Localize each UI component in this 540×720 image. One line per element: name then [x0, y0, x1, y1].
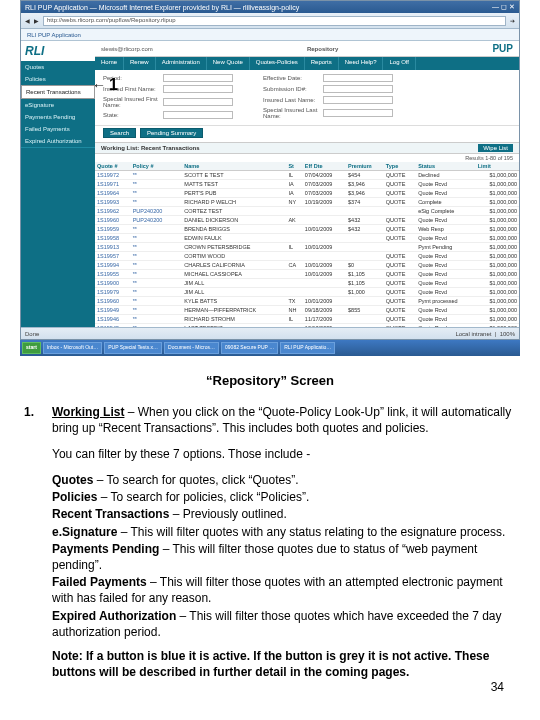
cell: 07/03/2009: [303, 189, 346, 198]
cell: $1,000,000: [476, 189, 519, 198]
sidebar-item-4[interactable]: Payments Pending: [21, 111, 95, 123]
nav-item-3[interactable]: New Quote: [207, 57, 250, 70]
user-email: slewis@rlicorp.com: [101, 46, 153, 52]
col-header[interactable]: Status: [416, 162, 476, 171]
cell: $1,000,000: [476, 261, 519, 270]
cell: $1,000,000: [476, 315, 519, 324]
cell: IL: [286, 243, 302, 252]
status-left: Done: [25, 331, 39, 337]
cell: IA: [286, 189, 302, 198]
listing-header: Working List: Recent Transactions Wipe L…: [95, 142, 519, 154]
cell: NY: [286, 198, 302, 207]
window-controls[interactable]: — ◻ ✕: [492, 3, 515, 11]
cell: MATTS TEST: [182, 180, 286, 189]
col-header[interactable]: Type: [384, 162, 416, 171]
table-row[interactable]: 1S19959**BRENDA BRIGGS10/01/2009$432QUOT…: [95, 225, 519, 234]
table-row[interactable]: 1S19994**CHARLES CALIFORNIACA10/01/2009$…: [95, 261, 519, 270]
table-row[interactable]: 1S19971**MATTS TESTIA07/03/2009$3,946QUO…: [95, 180, 519, 189]
col-header[interactable]: Eff Dte: [303, 162, 346, 171]
cell: **: [131, 171, 177, 180]
field-input[interactable]: [163, 111, 233, 119]
table-row[interactable]: 1S19946**RICHARD STROHMIL11/17/2009QUOTE…: [95, 315, 519, 324]
search-button[interactable]: Search: [103, 128, 136, 138]
nav-item-4[interactable]: Quotes-Policies: [250, 57, 305, 70]
wipe-list-button[interactable]: Wipe List: [478, 144, 513, 152]
sidebar-item-1[interactable]: Policies: [21, 73, 95, 85]
cell: KYLE BATTS: [182, 297, 286, 306]
cell: 10/01/2009: [303, 225, 346, 234]
col-header[interactable]: Limit: [476, 162, 519, 171]
field-input[interactable]: [163, 98, 233, 106]
start-button[interactable]: start: [22, 342, 41, 354]
nav-item-7[interactable]: Log Off: [383, 57, 416, 70]
cell: **: [131, 243, 177, 252]
back-icon[interactable]: ◀: [25, 17, 30, 24]
cell: 1S19972: [95, 171, 131, 180]
browser-tab[interactable]: RLI PUP Application: [21, 29, 519, 41]
cell: [303, 279, 346, 288]
cell: $374: [346, 198, 384, 207]
sidebar-item-3[interactable]: eSignature: [21, 99, 95, 111]
sidebar-item-0[interactable]: Quotes: [21, 61, 95, 73]
filter-name: e.Signature: [52, 525, 117, 539]
table-row[interactable]: 1S19945**LAST TESTSIG10/13/2009QUOTEQuot…: [95, 324, 519, 328]
cell: Quote Rcvd: [416, 252, 476, 261]
nav-item-1[interactable]: Renew: [124, 57, 156, 70]
col-header[interactable]: Premium: [346, 162, 384, 171]
cell: 1S19955: [95, 270, 131, 279]
note-text: Note: If a button is blue it is active. …: [52, 649, 489, 679]
cell: EDWIN FAULK: [182, 234, 286, 243]
nav-item-5[interactable]: Reports: [305, 57, 339, 70]
table-row[interactable]: 1S19958**EDWIN FAULKQUOTEQuote Rcvd$1,00…: [95, 234, 519, 243]
page-title: “Repository” Screen: [24, 372, 516, 390]
cell: PERT'S PUB: [182, 189, 286, 198]
pending-summary-button[interactable]: Pending Summary: [140, 128, 203, 138]
sidebar-item-5[interactable]: Failed Payments: [21, 123, 95, 135]
col-header[interactable]: Name: [182, 162, 286, 171]
table-row[interactable]: 1S19955**MICHAEL CASSIOPEA10/01/2009$1,1…: [95, 270, 519, 279]
nav-item-2[interactable]: Administration: [156, 57, 207, 70]
cell: Quote Rcvd: [416, 234, 476, 243]
col-header[interactable]: St: [286, 162, 302, 171]
sidebar-item-2[interactable]: Recent Transactions: [21, 85, 95, 99]
table-row[interactable]: 1S19962PUP240200CORTEZ TESTeSig Complete…: [95, 207, 519, 216]
table-row[interactable]: 1S19993**RICHARD P WELCHNY10/19/2009$374…: [95, 198, 519, 207]
item-number: 1.: [24, 404, 38, 691]
cell: 10/01/2009: [303, 297, 346, 306]
nav-item-6[interactable]: Need Help?: [339, 57, 384, 70]
field-input[interactable]: [323, 96, 393, 104]
field-label: Submission ID#:: [263, 86, 319, 92]
cell: PUP240200: [131, 207, 177, 216]
field-label: Special Insured Last Name:: [263, 107, 319, 119]
table-row[interactable]: 1S19960PUP240200DANIEL DICKERSONAK$432QU…: [95, 216, 519, 225]
table-row[interactable]: 1S19979**JIM ALL$1,000QUOTEQuote Rcvd$1,…: [95, 288, 519, 297]
table-row[interactable]: 1S19960**KYLE BATTSTX10/01/2009QUOTEPymt…: [95, 297, 519, 306]
nav-item-0[interactable]: Home: [95, 57, 124, 70]
sidebar-item-6[interactable]: Expired Authorization: [21, 135, 95, 147]
field-input[interactable]: [323, 74, 393, 82]
cell: 1S19945: [95, 324, 131, 328]
field-input[interactable]: [323, 85, 393, 93]
search-field: Submission ID#:: [263, 85, 393, 93]
filter-name: Quotes: [52, 473, 93, 487]
address-bar[interactable]: http://webs.rlicorp.com/pupflow/Reposito…: [43, 16, 506, 26]
field-input[interactable]: [323, 109, 393, 117]
table-row[interactable]: 1S19900**JIM ALL$1,105QUOTEQuote Rcvd$1,…: [95, 279, 519, 288]
working-list-heading: Working List: [52, 405, 124, 419]
go-icon[interactable]: ➔: [510, 17, 515, 24]
table-row[interactable]: 1S19913**CROWN PETERSBRIDGEIL10/01/2009P…: [95, 243, 519, 252]
cell: Pymt Pending: [416, 243, 476, 252]
col-header[interactable]: Policy #: [131, 162, 177, 171]
table-row[interactable]: 1S19949**HERMAN—PIFFERPATRICKNH09/18/200…: [95, 306, 519, 315]
cell: Quote Rcvd: [416, 324, 476, 328]
field-input[interactable]: [163, 74, 233, 82]
field-input[interactable]: [163, 85, 233, 93]
app-nav: HomeRenewAdministrationNew QuoteQuotes-P…: [95, 57, 519, 70]
cell: $3,946: [346, 189, 384, 198]
table-row[interactable]: 1S19964**PERT'S PUBIA07/03/2009$3,946QUO…: [95, 189, 519, 198]
table-row[interactable]: 1S19972**SCOTT E TESTIL07/04/2009$454QUO…: [95, 171, 519, 180]
cell: JIM ALL: [182, 288, 286, 297]
forward-icon[interactable]: ▶: [34, 17, 39, 24]
col-header[interactable]: Quote #: [95, 162, 131, 171]
table-row[interactable]: 1S19957**CORTIM WOODQUOTEQuote Rcvd$1,00…: [95, 252, 519, 261]
